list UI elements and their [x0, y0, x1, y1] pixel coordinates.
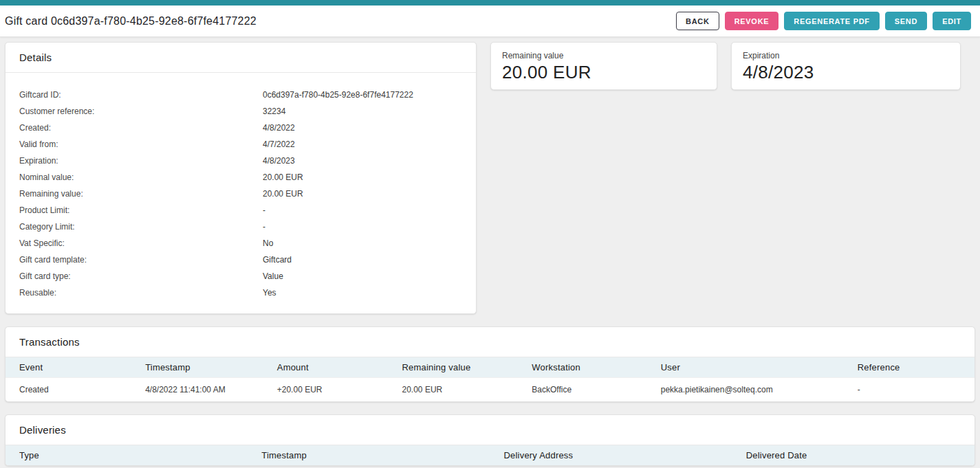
detail-row-gift-card-type: Gift card type: Value [6, 268, 476, 285]
column-header-user: User [647, 357, 844, 378]
detail-row-vat-specific: Vat Specific: No [6, 235, 476, 252]
column-header-amount: Amount [263, 357, 389, 378]
back-button[interactable]: BACK [676, 12, 719, 30]
detail-label: Created: [19, 123, 263, 133]
column-header-event: Event [6, 357, 131, 378]
regenerate-pdf-button[interactable]: REGENERATE PDF [784, 12, 879, 30]
deliveries-header-row: Type Timestamp Delivery Address Delivere… [6, 445, 974, 465]
details-card-header: Details [6, 43, 476, 73]
column-header-remaining-value: Remaining value [389, 357, 519, 378]
detail-value: Yes [263, 288, 476, 298]
edit-button[interactable]: EDIT [933, 12, 971, 30]
column-header-workstation: Workstation [518, 357, 646, 378]
transaction-reference-cell: - [844, 378, 974, 402]
stat-cards-row: Remaining value 20.00 EUR Expiration 4/8… [477, 42, 975, 90]
detail-label: Expiration: [19, 156, 263, 166]
header-actions: BACK REVOKE REGENERATE PDF SEND EDIT [676, 12, 971, 30]
transaction-event-cell: Created [6, 378, 131, 402]
detail-label: Gift card template: [19, 255, 263, 265]
remaining-value-stat-card: Remaining value 20.00 EUR [490, 42, 717, 90]
detail-label: Remaining value: [19, 189, 263, 199]
top-accent-bar [0, 0, 980, 5]
detail-row-remaining-value: Remaining value: 20.00 EUR [6, 186, 476, 202]
transactions-card-header: Transactions [6, 327, 974, 357]
detail-label: Reusable: [19, 288, 263, 298]
detail-row-created: Created: 4/8/2022 [6, 120, 476, 136]
detail-label: Nominal value: [19, 172, 263, 182]
deliveries-card: Deliveries Type Timestamp Delivery Addre… [5, 414, 975, 466]
transactions-title: Transactions [19, 336, 80, 348]
transactions-table: Event Timestamp Amount Remaining value W… [6, 357, 974, 401]
transactions-card: Transactions Event Timestamp Amount Rema… [5, 326, 975, 402]
deliveries-table: Type Timestamp Delivery Address Delivere… [6, 445, 974, 465]
detail-row-reusable: Reusable: Yes [6, 285, 476, 301]
detail-row-product-limit: Product Limit: - [6, 202, 476, 219]
column-header-delivery-address: Delivery Address [490, 445, 732, 465]
revoke-button[interactable]: REVOKE [725, 12, 779, 30]
transaction-user-cell: pekka.pietikainen@solteq.com [647, 378, 844, 402]
detail-value: 20.00 EUR [263, 189, 476, 199]
page-content: Details Giftcard ID: 0c6d397a-f780-4b25-… [0, 37, 980, 468]
detail-value: 4/7/2022 [263, 140, 476, 149]
transaction-row[interactable]: Created 4/8/2022 11:41:00 AM +20.00 EUR … [6, 378, 974, 402]
detail-row-valid-from: Valid from: 4/7/2022 [6, 136, 476, 153]
detail-row-nominal-value: Nominal value: 20.00 EUR [6, 169, 476, 186]
detail-value: 0c6d397a-f780-4b25-92e8-6f7fe4177222 [263, 90, 476, 100]
detail-label: Valid from: [19, 140, 263, 149]
transaction-amount-cell: +20.00 EUR [263, 378, 389, 402]
detail-label: Giftcard ID: [19, 90, 263, 100]
detail-row-giftcard-id: Giftcard ID: 0c6d397a-f780-4b25-92e8-6f7… [6, 87, 476, 103]
detail-row-gift-card-template: Gift card template: Giftcard [6, 252, 476, 268]
detail-value: 32234 [263, 107, 476, 116]
send-button[interactable]: SEND [885, 12, 927, 30]
detail-value: 4/8/2023 [263, 156, 476, 166]
detail-label: Category Limit: [19, 222, 263, 232]
detail-value: 4/8/2022 [263, 123, 476, 133]
detail-row-expiration: Expiration: 4/8/2023 [6, 153, 476, 169]
page-header: Gift card 0c6d397a-f780-4b25-92e8-6f7fe4… [0, 5, 980, 37]
page-title: Gift card 0c6d397a-f780-4b25-92e8-6f7fe4… [5, 15, 676, 27]
column-header-timestamp: Timestamp [131, 357, 263, 378]
transaction-workstation-cell: BackOffice [518, 378, 646, 402]
column-header-delivered-date: Delivered Date [732, 445, 974, 465]
detail-label: Product Limit: [19, 205, 263, 215]
stat-label: Remaining value [502, 51, 706, 60]
transaction-timestamp-cell: 4/8/2022 11:41:00 AM [131, 378, 263, 402]
column-header-timestamp: Timestamp [248, 445, 490, 465]
detail-label: Gift card type: [19, 271, 263, 281]
column-header-type: Type [6, 445, 248, 465]
detail-row-customer-reference: Customer reference: 32234 [6, 103, 476, 120]
deliveries-card-header: Deliveries [6, 415, 974, 445]
detail-label: Customer reference: [19, 107, 263, 116]
stat-value: 20.00 EUR [502, 62, 706, 83]
details-title: Details [19, 52, 52, 63]
expiration-stat-card: Expiration 4/8/2023 [731, 42, 961, 90]
transaction-remaining-value-cell: 20.00 EUR [389, 378, 519, 402]
deliveries-title: Deliveries [19, 424, 66, 436]
detail-value: 20.00 EUR [263, 172, 476, 182]
detail-value: - [263, 222, 476, 232]
details-field-list: Giftcard ID: 0c6d397a-f780-4b25-92e8-6f7… [6, 73, 476, 313]
detail-value: Value [263, 271, 476, 281]
details-card: Details Giftcard ID: 0c6d397a-f780-4b25-… [5, 42, 477, 314]
detail-value: - [263, 205, 476, 215]
transactions-header-row: Event Timestamp Amount Remaining value W… [6, 357, 974, 378]
stat-value: 4/8/2023 [743, 62, 949, 83]
detail-value: No [263, 238, 476, 248]
detail-row-category-limit: Category Limit: - [6, 219, 476, 235]
detail-label: Vat Specific: [19, 238, 263, 248]
detail-value: Giftcard [263, 255, 476, 265]
stat-label: Expiration [743, 51, 949, 60]
column-header-reference: Reference [844, 357, 974, 378]
